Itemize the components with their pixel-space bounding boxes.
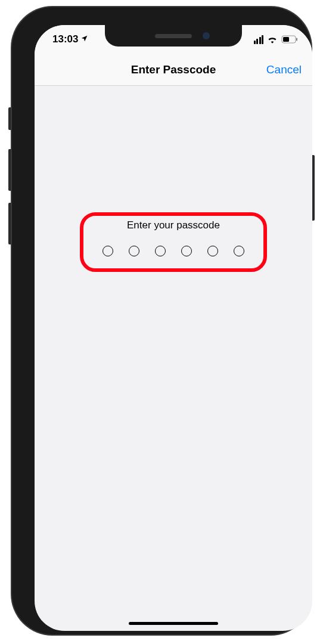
passcode-dot [155, 246, 166, 256]
passcode-dot [234, 246, 244, 256]
home-indicator[interactable] [129, 622, 218, 625]
phone-notch [105, 25, 242, 47]
passcode-dot [181, 246, 192, 256]
passcode-dot [129, 246, 139, 256]
phone-speaker [155, 34, 192, 38]
cellular-signal-icon [254, 35, 264, 44]
passcode-dots [35, 246, 312, 256]
nav-bar: Enter Passcode Cancel [35, 54, 312, 86]
screen: 13:03 [35, 25, 312, 631]
passcode-prompt: Enter your passcode [35, 219, 312, 231]
svg-rect-2 [296, 38, 297, 41]
passcode-dot [207, 246, 218, 256]
phone-front-camera [203, 32, 210, 39]
status-time: 13:03 [52, 33, 78, 45]
wifi-icon [267, 35, 278, 44]
cancel-button[interactable]: Cancel [266, 63, 302, 76]
passcode-dot [103, 246, 113, 256]
passcode-entry[interactable]: Enter your passcode [35, 219, 312, 256]
battery-icon [281, 35, 298, 44]
status-left: 13:03 [52, 33, 88, 45]
phone-frame: 13:03 [12, 7, 311, 634]
svg-rect-1 [283, 37, 289, 42]
page-title: Enter Passcode [131, 63, 216, 76]
status-right [254, 35, 299, 44]
content-area: Enter your passcode [35, 86, 312, 631]
location-arrow-icon [80, 33, 88, 45]
